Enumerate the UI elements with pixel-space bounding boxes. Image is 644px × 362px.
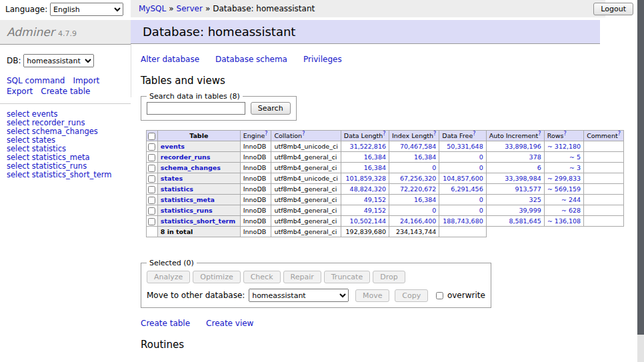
sidebar-select-table-link[interactable]: select statistics_short_term xyxy=(7,170,111,179)
row-checkbox[interactable] xyxy=(148,218,155,225)
table-name-link[interactable]: states xyxy=(161,175,183,182)
table-name-link[interactable]: events xyxy=(161,143,185,150)
auto-increment-link[interactable]: 33,898,196 xyxy=(505,143,541,150)
column-help-link[interactable]: ? xyxy=(618,132,621,139)
scrollbar-thumb[interactable] xyxy=(637,0,644,335)
column-help-link[interactable]: ? xyxy=(302,132,305,139)
index-length-link[interactable]: 0 xyxy=(432,164,436,171)
auto-increment-link[interactable]: 6 xyxy=(537,164,541,171)
create-view-link[interactable]: Create view xyxy=(206,319,253,328)
copy-button[interactable]: Copy xyxy=(395,289,428,302)
data-length-link[interactable]: 16,384 xyxy=(364,164,386,171)
data-length-link[interactable]: 49,152 xyxy=(364,196,386,203)
column-help-link[interactable]: ? xyxy=(265,132,267,139)
scrollbar[interactable] xyxy=(637,0,644,362)
breadcrumb-server-link[interactable]: Server xyxy=(177,4,203,13)
data-length-link[interactable]: 48,824,320 xyxy=(350,185,386,193)
data-free-link[interactable]: 0 xyxy=(479,196,483,203)
sidebar-select-table-link[interactable]: select recorder_runs xyxy=(7,118,85,127)
rows-link[interactable]: ~ 244 xyxy=(561,196,581,203)
sidebar-select-table-link[interactable]: select statistics_runs xyxy=(7,161,87,171)
rows-link[interactable]: ~ 3 xyxy=(569,164,581,171)
logout-button[interactable]: Logout xyxy=(593,3,633,15)
row-checkbox[interactable] xyxy=(148,186,155,193)
index-length-link[interactable]: 16,384 xyxy=(414,153,436,161)
sidebar-select-table-link[interactable]: select statistics_meta xyxy=(7,153,90,162)
select-all-checkbox[interactable] xyxy=(148,133,155,140)
language-select[interactable]: English xyxy=(50,3,123,16)
column-help-link[interactable]: ? xyxy=(563,132,566,139)
auto-increment-link[interactable]: 325 xyxy=(529,196,541,203)
analyze-button[interactable]: Analyze xyxy=(147,271,190,283)
row-checkbox[interactable] xyxy=(148,207,155,215)
privileges-link[interactable]: Privileges xyxy=(303,55,342,64)
data-length-link[interactable]: 16,384 xyxy=(364,153,386,161)
data-free-link[interactable]: 104,857,600 xyxy=(443,175,483,182)
column-help-link[interactable]: ? xyxy=(433,132,436,139)
data-free-link[interactable]: 188,743,680 xyxy=(443,217,483,225)
check-button[interactable]: Check xyxy=(243,271,281,283)
index-length-link[interactable]: 24,166,400 xyxy=(400,217,436,225)
column-help-link[interactable]: ? xyxy=(538,132,541,139)
search-input[interactable] xyxy=(147,102,245,115)
create-table-link[interactable]: Create table xyxy=(41,87,90,96)
sql-command-link[interactable]: SQL command xyxy=(7,76,65,85)
sidebar-select-table-link[interactable]: select states xyxy=(7,135,55,145)
truncate-button[interactable]: Truncate xyxy=(324,271,370,283)
rows-link[interactable]: ~ 312,180 xyxy=(547,143,581,150)
data-free-link[interactable]: 0 xyxy=(479,164,483,171)
table-name-link[interactable]: recorder_runs xyxy=(161,153,211,161)
export-link[interactable]: Export xyxy=(7,87,33,96)
data-length-link[interactable]: 31,522,816 xyxy=(350,143,386,150)
breadcrumb-mysql-link[interactable]: MySQL xyxy=(139,4,166,13)
database-schema-link[interactable]: Database schema xyxy=(215,55,287,64)
auto-increment-link[interactable]: 33,398,984 xyxy=(505,175,541,182)
rows-link[interactable]: ~ 5 xyxy=(569,153,581,161)
auto-increment-link[interactable]: 39,999 xyxy=(519,207,541,214)
row-checkbox[interactable] xyxy=(148,143,155,151)
table-name-link[interactable]: schema_changes xyxy=(161,164,221,171)
column-help-link[interactable]: ? xyxy=(383,132,385,139)
sidebar-select-table-link[interactable]: select events xyxy=(7,109,58,119)
data-length-link[interactable]: 10,502,144 xyxy=(350,217,386,225)
index-length-link[interactable]: 16,384 xyxy=(414,196,436,203)
table-name-link[interactable]: statistics_short_term xyxy=(161,217,235,225)
index-length-link[interactable]: 67,256,320 xyxy=(400,175,436,182)
index-length-link[interactable]: 70,467,584 xyxy=(400,143,436,150)
row-checkbox[interactable] xyxy=(148,165,155,172)
import-link[interactable]: Import xyxy=(73,76,99,85)
row-checkbox[interactable] xyxy=(148,154,155,161)
table-name-link[interactable]: statistics_meta xyxy=(161,196,215,203)
repair-button[interactable]: Repair xyxy=(283,271,321,283)
alter-database-link[interactable]: Alter database xyxy=(141,55,199,64)
data-free-link[interactable]: 50,331,648 xyxy=(447,143,483,150)
auto-increment-link[interactable]: 913,577 xyxy=(515,185,541,193)
adminer-home-link[interactable]: Adminer xyxy=(7,25,55,39)
sidebar-select-table-link[interactable]: select schema_changes xyxy=(7,127,98,136)
table-name-link[interactable]: statistics xyxy=(161,185,193,193)
move-db-select[interactable]: homeassistant xyxy=(249,289,349,302)
column-help-link[interactable]: ? xyxy=(473,132,475,139)
search-button[interactable]: Search xyxy=(251,102,291,115)
index-length-link[interactable]: 72,220,672 xyxy=(400,185,436,193)
rows-link[interactable]: ~ 136,108 xyxy=(547,217,581,225)
row-checkbox[interactable] xyxy=(148,197,155,204)
rows-link[interactable]: ~ 628 xyxy=(561,207,581,214)
db-select[interactable]: homeassistant xyxy=(23,54,94,67)
data-length-link[interactable]: 101,859,328 xyxy=(346,175,386,182)
drop-button[interactable]: Drop xyxy=(373,271,405,283)
create-table-main-link[interactable]: Create table xyxy=(141,319,190,328)
data-free-link[interactable]: 0 xyxy=(479,207,483,214)
auto-increment-link[interactable]: 378 xyxy=(529,153,541,161)
data-free-link[interactable]: 0 xyxy=(479,153,483,161)
move-button[interactable]: Move xyxy=(355,289,390,302)
sidebar-select-table-link[interactable]: select statistics xyxy=(7,144,66,153)
overwrite-checkbox[interactable] xyxy=(436,292,443,299)
table-name-link[interactable]: statistics_runs xyxy=(161,207,213,214)
row-checkbox[interactable] xyxy=(148,175,155,183)
rows-link[interactable]: ~ 299,833 xyxy=(547,175,581,182)
rows-link[interactable]: ~ 569,159 xyxy=(547,185,581,193)
auto-increment-link[interactable]: 8,581,645 xyxy=(509,217,541,225)
index-length-link[interactable]: 0 xyxy=(432,207,436,214)
data-length-link[interactable]: 49,152 xyxy=(364,207,386,214)
